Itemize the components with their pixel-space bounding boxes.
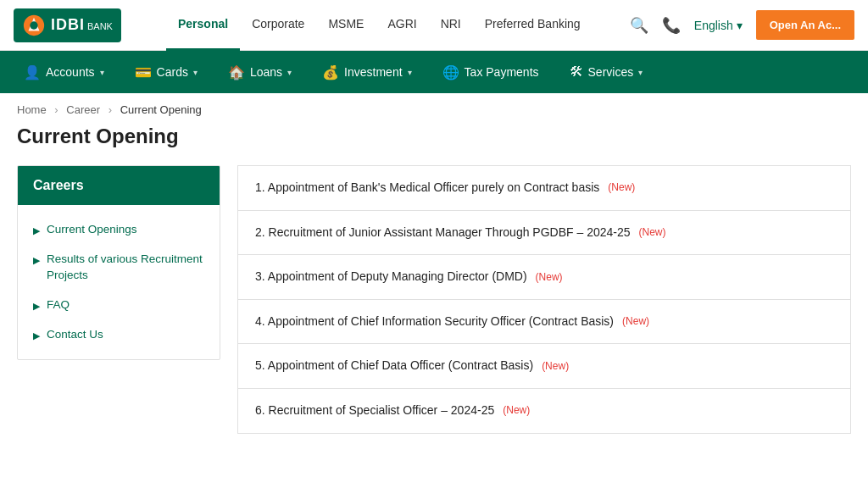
job-list: 1. Appointment of Bank's Medical Officer… [237,165,851,434]
job-listings: 1. Appointment of Bank's Medical Officer… [237,165,851,434]
sidebar-item-faq[interactable]: ▶ FAQ [18,291,220,320]
logo[interactable]: IDBI BANK [14,8,121,42]
nav-investment-label: Investment [344,65,402,79]
arrow-icon: ▶ [33,300,40,313]
chevron-investment: ▾ [408,68,412,77]
job-item-4[interactable]: 4. Appointment of Chief Information Secu… [238,300,850,345]
language-label: English [694,19,733,32]
phone-icon[interactable]: 📞 [662,16,681,35]
chevron-accounts: ▾ [100,68,104,77]
breadcrumb-sep-1: › [54,103,58,116]
nav-accounts-label: Accounts [46,65,95,79]
loans-icon: 🏠 [228,64,245,80]
job-item-3[interactable]: 3. Appointment of Deputy Managing Direct… [238,255,850,300]
chevron-cards: ▾ [193,68,198,77]
content-area: Careers ▶ Current Openings ▶ Results of … [0,165,868,459]
job-item-1[interactable]: 1. Appointment of Bank's Medical Officer… [238,166,850,211]
nav-personal[interactable]: Personal [166,0,240,51]
nav-loans-label: Loans [250,65,282,79]
accounts-icon: 👤 [24,64,41,80]
job-item-6[interactable]: 6. Recruitment of Specialist Officer – 2… [238,389,850,433]
job-title-5: 5. Appointment of Chief Data Officer (Co… [255,358,533,374]
job-title-2: 2. Recruitment of Junior Assistant Manag… [255,225,631,241]
breadcrumb-current: Current Opening [120,103,202,116]
new-badge-6: (New) [503,403,530,418]
nav-agri[interactable]: AGRI [376,0,428,51]
sidebar-link-label: Current Openings [47,222,137,238]
job-item-2[interactable]: 2. Recruitment of Junior Assistant Manag… [238,211,850,256]
logo-brand: IDBI [51,16,85,34]
cards-icon: 💳 [135,64,152,80]
language-selector[interactable]: English ▾ [694,19,743,32]
sidebar-links: ▶ Current Openings ▶ Results of various … [18,205,220,359]
nav-loans[interactable]: 🏠 Loans ▾ [213,51,307,93]
job-title-6: 6. Recruitment of Specialist Officer – 2… [255,402,494,419]
services-icon: 🛠 [570,64,583,80]
new-badge-5: (New) [542,359,569,374]
sidebar: Careers ▶ Current Openings ▶ Results of … [17,165,220,360]
sidebar-link-label: FAQ [47,297,70,313]
logo-sub: BANK [87,21,113,31]
investment-icon: 💰 [322,64,339,80]
sidebar-header: Careers [18,166,220,205]
new-badge-2: (New) [639,225,666,240]
page-title-area: Current Opening [0,119,868,165]
breadcrumb-home[interactable]: Home [17,103,47,116]
top-navigation: IDBI BANK Personal Corporate MSME AGRI N… [0,0,868,51]
nav-cards-label: Cards [157,65,188,79]
breadcrumb-sep-2: › [108,103,112,116]
arrow-icon: ▶ [33,225,40,237]
chevron-services: ▾ [638,68,643,77]
nav-corporate[interactable]: Corporate [240,0,316,51]
search-icon[interactable]: 🔍 [630,16,648,35]
logo-icon [22,14,46,37]
nav-investment[interactable]: 💰 Investment ▾ [307,51,426,93]
job-title-4: 4. Appointment of Chief Information Secu… [255,313,614,330]
job-title-1: 1. Appointment of Bank's Medical Officer… [255,180,599,197]
job-title-3: 3. Appointment of Deputy Managing Direct… [255,269,527,286]
new-badge-4: (New) [622,314,649,329]
top-nav-right: 🔍 📞 English ▾ Open An Ac... [630,10,854,40]
nav-preferred-banking[interactable]: Preferred Banking [473,0,593,51]
chevron-down-icon: ▾ [737,19,743,32]
breadcrumb: Home › Career › Current Opening [0,93,868,119]
sidebar-link-label: Contact Us [47,327,103,343]
page-title: Current Opening [17,125,851,148]
arrow-icon: ▶ [33,254,40,267]
nav-services-label: Services [588,65,634,79]
nav-services[interactable]: 🛠 Services ▾ [554,51,659,93]
new-badge-1: (New) [608,180,635,195]
chevron-loans: ▾ [287,68,292,77]
nav-tax-payments[interactable]: 🌐 Tax Payments [427,51,554,93]
logo-area: IDBI BANK [14,8,149,42]
main-navigation: 👤 Accounts ▾ 💳 Cards ▾ 🏠 Loans ▾ 💰 Inves… [0,51,868,93]
svg-point-2 [30,21,37,29]
tax-icon: 🌐 [442,64,459,80]
open-account-button[interactable]: Open An Ac... [756,10,854,40]
arrow-icon: ▶ [33,330,40,342]
breadcrumb-career[interactable]: Career [66,103,100,116]
top-nav-links: Personal Corporate MSME AGRI NRI Preferr… [166,0,630,51]
nav-cards[interactable]: 💳 Cards ▾ [120,51,213,93]
new-badge-3: (New) [536,270,563,285]
sidebar-item-current-openings[interactable]: ▶ Current Openings [18,215,220,245]
nav-tax-label: Tax Payments [465,65,539,79]
nav-msme[interactable]: MSME [316,0,376,51]
nav-nri[interactable]: NRI [429,0,473,51]
sidebar-item-recruitment-results[interactable]: ▶ Results of various Recruitment Project… [18,245,220,291]
job-item-5[interactable]: 5. Appointment of Chief Data Officer (Co… [238,344,850,389]
sidebar-link-label: Results of various Recruitment Projects [47,252,204,284]
nav-accounts[interactable]: 👤 Accounts ▾ [8,51,120,93]
sidebar-item-contact-us[interactable]: ▶ Contact Us [18,320,220,350]
